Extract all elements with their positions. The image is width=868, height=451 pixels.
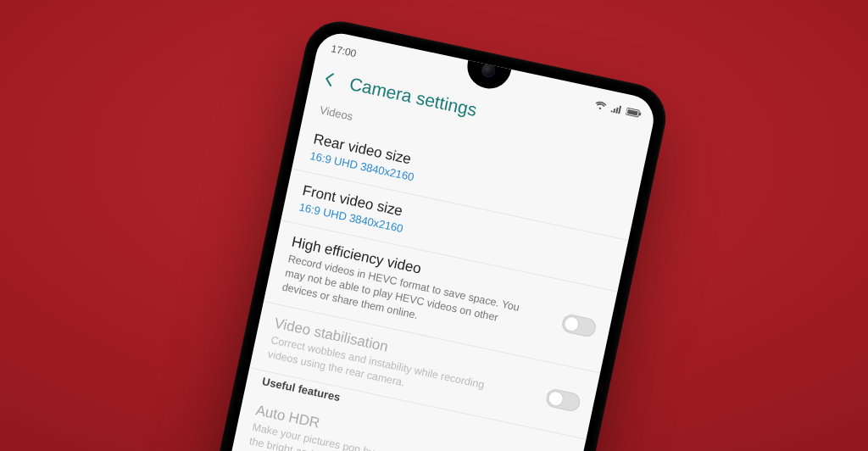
status-time: 17:00: [330, 42, 357, 59]
front-camera: [481, 63, 497, 79]
wifi-icon: [594, 100, 608, 111]
back-button[interactable]: [320, 70, 340, 90]
phone-screen: 17:00 Camera settings Videos Rear video …: [197, 29, 658, 451]
background: 17:00 Camera settings Videos Rear video …: [0, 0, 868, 451]
chevron-left-icon: [320, 70, 338, 88]
battery-icon: [626, 107, 643, 119]
signal-icon: [610, 104, 622, 114]
svg-rect-1: [627, 109, 638, 115]
toggle-video-stabilisation[interactable]: [545, 387, 582, 413]
phone-frame: 17:00 Camera settings Videos Rear video …: [185, 17, 670, 451]
status-icons: [594, 100, 643, 118]
toggle-high-efficiency-video[interactable]: [560, 313, 598, 338]
